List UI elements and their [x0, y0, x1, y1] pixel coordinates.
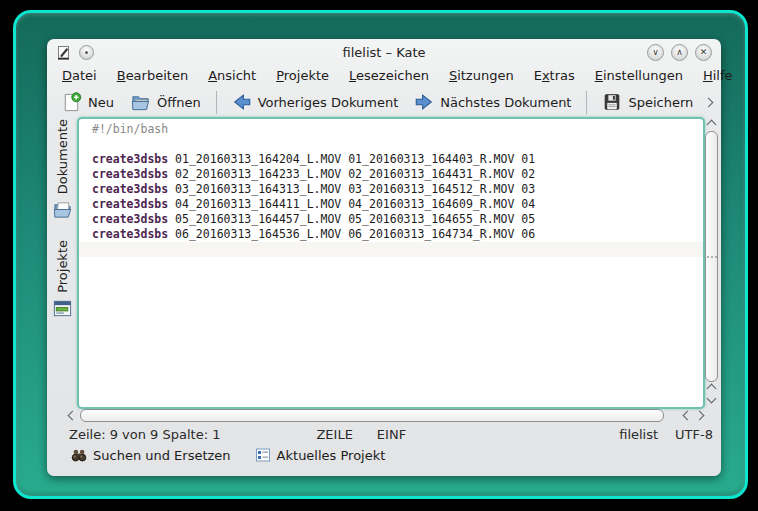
scroll-up-icon[interactable] — [707, 120, 717, 130]
sidebar-tab-projekte[interactable]: Projekte — [52, 240, 73, 319]
scroll-down-icon[interactable] — [707, 394, 717, 404]
code-line: create3dsbs04_20160313_164411_L.MOV 04_2… — [79, 197, 703, 212]
save-button[interactable]: Speichern — [594, 90, 701, 114]
code-line — [79, 137, 703, 152]
current-project-button[interactable]: Aktuelles Projekt — [251, 446, 390, 464]
insert-mode[interactable]: EINF — [377, 427, 406, 442]
close-button[interactable]: ✕ — [695, 44, 712, 61]
left-sidebar: Dokumente Projekte — [48, 119, 77, 339]
text-editor[interactable]: #!/bin/bash create3dsbs01_20160313_16420… — [77, 117, 705, 409]
code-line: create3dsbs05_20160313_164457_L.MOV 05_2… — [79, 212, 703, 227]
kate-app-icon — [56, 45, 71, 60]
horizontal-scrollbar[interactable] — [69, 407, 705, 423]
horizontal-scrollbar-thumb[interactable] — [80, 409, 664, 422]
scroll-up-icon[interactable] — [707, 384, 717, 394]
new-document-icon — [61, 92, 82, 113]
document-name: filelist — [619, 427, 658, 442]
open-button[interactable]: Öffnen — [122, 90, 209, 115]
new-document-button[interactable]: Neu — [53, 90, 122, 115]
window-title: filelist – Kate — [47, 45, 721, 60]
menu-einstellungen[interactable]: Einstellungen — [585, 66, 693, 85]
bottom-toolview-bar: Suchen und Ersetzen Aktuelles Projekt — [67, 446, 389, 464]
code-line: create3dsbs03_20160313_164313_L.MOV 03_2… — [79, 182, 703, 197]
toolbar-overflow-button[interactable] — [705, 99, 715, 106]
toolbar-separator — [216, 91, 217, 114]
project-list-icon — [255, 447, 271, 463]
statusbar: Zeile: 9 von 9 Spalte: 1 ZEILE EINF file… — [69, 427, 713, 442]
cursor-position[interactable]: Zeile: 9 von 9 Spalte: 1 — [69, 427, 220, 442]
main-toolbar: Neu Öffnen Vorher — [47, 87, 721, 117]
menubar: Datei Bearbeiten Ansicht Projekte Leseze… — [47, 64, 721, 87]
scroll-left-icon[interactable] — [68, 410, 78, 420]
window-menu-button[interactable] — [79, 45, 94, 60]
next-document-button[interactable]: Nächstes Dokument — [406, 90, 579, 114]
code-line: create3dsbs06_20160313_164536_L.MOV 06_2… — [79, 227, 703, 242]
documents-icon — [52, 199, 73, 220]
menu-lesezeichen[interactable]: Lesezeichen — [339, 66, 439, 85]
scroll-right-icon[interactable] — [695, 410, 705, 420]
current-line — [79, 242, 703, 257]
menu-ansicht[interactable]: Ansicht — [198, 66, 266, 85]
project-icon — [52, 298, 73, 319]
scroll-left-icon[interactable] — [683, 410, 693, 420]
grip-dots-icon — [711, 256, 713, 258]
encoding[interactable]: UTF-8 — [675, 427, 713, 442]
binoculars-icon — [71, 447, 87, 463]
save-floppy-icon — [602, 92, 622, 112]
menu-extras[interactable]: Extras — [524, 66, 585, 85]
vertical-scrollbar[interactable] — [704, 118, 719, 404]
open-folder-icon — [130, 92, 151, 113]
chevron-right-icon — [704, 97, 714, 107]
toolbar-separator — [586, 91, 587, 114]
vertical-scrollbar-thumb[interactable] — [705, 131, 718, 382]
menu-sitzungen[interactable]: Sitzungen — [439, 66, 524, 85]
menu-hilfe[interactable]: Hilfe — [693, 66, 743, 85]
menu-projekte[interactable]: Projekte — [266, 66, 339, 85]
menu-bearbeiten[interactable]: Bearbeiten — [107, 66, 198, 85]
selection-mode[interactable]: ZEILE — [316, 427, 352, 442]
arrow-left-icon — [232, 92, 252, 112]
horizontal-scrollbar-track[interactable] — [80, 409, 680, 422]
minimize-button[interactable]: ∨ — [647, 44, 664, 61]
code-line: #!/bin/bash — [79, 122, 703, 137]
maximize-button[interactable]: ∧ — [671, 44, 688, 61]
code-line: create3dsbs02_20160313_164233_L.MOV 02_2… — [79, 167, 703, 182]
code-line: create3dsbs01_20160313_164204_L.MOV 01_2… — [79, 152, 703, 167]
desktop-window-frame: filelist – Kate ∨ ∧ ✕ Datei Bear — [13, 10, 748, 499]
menu-datei[interactable]: Datei — [52, 66, 107, 85]
kate-window: filelist – Kate ∨ ∧ ✕ Datei Bear — [47, 39, 721, 476]
titlebar[interactable]: filelist – Kate ∨ ∧ ✕ — [47, 39, 721, 64]
previous-document-button[interactable]: Vorheriges Dokument — [224, 90, 407, 114]
sidebar-tab-dokumente[interactable]: Dokumente — [52, 119, 73, 220]
search-replace-button[interactable]: Suchen und Ersetzen — [67, 446, 235, 464]
arrow-right-icon — [414, 92, 434, 112]
